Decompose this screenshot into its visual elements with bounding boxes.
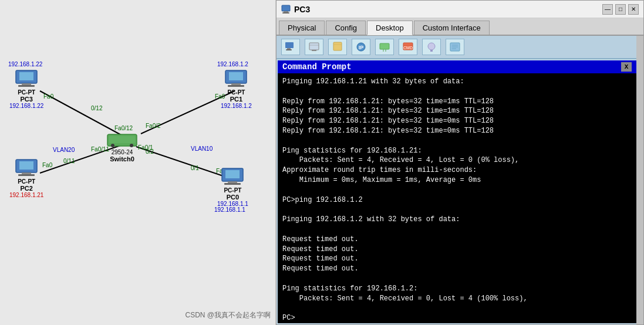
desktop-icon-4[interactable]: IP	[352, 39, 370, 55]
cmd-title: Command Prompt	[282, 62, 352, 72]
pc3-ip-top: 192.168.1.22	[8, 61, 42, 67]
svg-text:IP: IP	[359, 45, 364, 50]
svg-rect-23	[228, 85, 244, 87]
svg-rect-27	[18, 174, 35, 176]
cmd-close-button[interactable]: X	[621, 62, 632, 72]
desktop-icon-3[interactable]	[328, 39, 347, 55]
window-scrollbar[interactable]	[636, 36, 643, 324]
tab-desktop[interactable]: Desktop	[367, 21, 413, 35]
svg-rect-37	[284, 11, 288, 12]
pc2-label: PC2	[20, 185, 32, 192]
cmd-titlebar: Command Prompt X	[278, 60, 636, 73]
desktop-icon-2[interactable]	[305, 39, 323, 55]
tab-custom-interface[interactable]: Custom Interface	[414, 21, 490, 35]
maximize-button[interactable]: □	[615, 4, 626, 15]
desktop-icon-6[interactable]: CMD	[399, 39, 417, 55]
svg-point-55	[428, 43, 435, 50]
svg-text:0/1: 0/1	[191, 165, 199, 171]
desktop-icons-bar: IP CMD	[277, 36, 643, 59]
node-pc2[interactable]: PC-PT PC2 192.168.1.21	[9, 158, 43, 198]
pc1-label: PC1	[230, 96, 242, 103]
svg-rect-44	[312, 50, 316, 51]
desktop-icon-7[interactable]	[422, 39, 441, 55]
command-prompt-window: Command Prompt X Pinging 192.168.1.21 wi…	[278, 60, 636, 323]
pc0-label: PC0	[227, 194, 239, 201]
svg-text:0/12: 0/12	[91, 105, 103, 111]
switch-sublabel: 2950-24	[112, 149, 133, 155]
svg-line-0	[40, 91, 123, 136]
vlan20-label: VLAN20	[53, 147, 75, 153]
network-canvas: Fa0 0/12 Fa0 Fa0/2 Fa0/12 Fa0/1 Fa0/11 0…	[0, 0, 275, 325]
pc3-ip: 192.168.1.22	[9, 103, 43, 109]
svg-rect-49	[380, 43, 389, 49]
command-prompt-area: Command Prompt X Pinging 192.168.1.21 wi…	[277, 59, 643, 323]
svg-rect-40	[287, 48, 291, 49]
window-tabs: Physical Config Desktop Custom Interface	[277, 18, 643, 36]
desktop-icon-8[interactable]	[446, 39, 464, 55]
svg-rect-29	[225, 170, 240, 178]
svg-rect-33	[109, 136, 135, 143]
svg-text:0/2: 0/2	[146, 148, 154, 155]
desktop-icon-1[interactable]	[281, 39, 300, 55]
svg-rect-22	[231, 83, 241, 85]
pc2-ip: 192.168.1.21	[9, 192, 43, 198]
node-pc1[interactable]: PC-PT PC1 192.168.1.2	[221, 69, 252, 109]
svg-rect-25	[19, 161, 33, 170]
svg-rect-38	[282, 12, 289, 13]
cmd-content[interactable]: Pinging 192.168.1.21 with 32 bytes of da…	[278, 73, 636, 323]
pc0-ip-bottom: 192.168.1.1	[214, 206, 245, 213]
svg-rect-17	[19, 72, 33, 80]
pc3-title-icon	[281, 5, 291, 14]
svg-rect-18	[22, 83, 31, 85]
tab-physical[interactable]: Physical	[279, 21, 325, 35]
svg-text:0/11: 0/11	[63, 158, 75, 164]
svg-text:CMD: CMD	[403, 46, 413, 50]
node-pc3[interactable]: PC-PT PC3 192.168.1.22	[9, 69, 43, 109]
svg-rect-56	[430, 50, 433, 52]
pc3-label: PC3	[20, 96, 32, 103]
svg-rect-45	[333, 42, 342, 50]
svg-text:Fa0/1: Fa0/1	[138, 144, 153, 151]
node-switch0[interactable]: 2950-24 Switch0	[107, 134, 137, 162]
svg-text:Fa0: Fa0	[43, 93, 54, 100]
svg-rect-30	[228, 181, 237, 183]
svg-rect-31	[224, 183, 241, 185]
svg-point-34	[111, 144, 114, 147]
window-content: IP CMD	[277, 36, 643, 324]
window-title: PC3	[294, 5, 310, 14]
window-controls: — □ ✕	[602, 4, 639, 15]
pc3-window: PC3 — □ ✕ Physical Config Desktop Custom…	[276, 0, 644, 325]
svg-rect-26	[22, 172, 31, 174]
svg-rect-39	[285, 42, 294, 48]
svg-text:Fa0/12: Fa0/12	[114, 125, 133, 131]
network-panel: Fa0 0/12 Fa0 Fa0/2 Fa0/12 Fa0/1 Fa0/11 0…	[0, 0, 276, 325]
pc1-ip: 192.168.1.2	[221, 103, 252, 109]
switch-label: Switch0	[110, 155, 134, 162]
svg-point-35	[130, 144, 133, 147]
svg-rect-41	[286, 49, 292, 50]
desktop-icon-5[interactable]	[375, 39, 394, 55]
watermark: CSDN @我真不会起名字啊	[185, 310, 271, 320]
svg-text:Fa0/2: Fa0/2	[146, 123, 161, 129]
svg-rect-19	[18, 85, 35, 87]
svg-rect-21	[229, 72, 243, 80]
pc1-ip-top: 192.168.1.2	[217, 61, 248, 67]
svg-text:Fa0: Fa0	[42, 162, 53, 168]
node-pc0[interactable]: PC-PT PC0 192.168.1.1	[217, 167, 248, 207]
minimize-button[interactable]: —	[602, 4, 613, 15]
close-button[interactable]: ✕	[628, 4, 639, 15]
tab-config[interactable]: Config	[326, 21, 366, 35]
window-titlebar: PC3 — □ ✕	[277, 1, 643, 18]
vlan10-label: VLAN10	[191, 145, 213, 152]
svg-rect-42	[309, 43, 319, 50]
svg-rect-36	[282, 5, 290, 11]
